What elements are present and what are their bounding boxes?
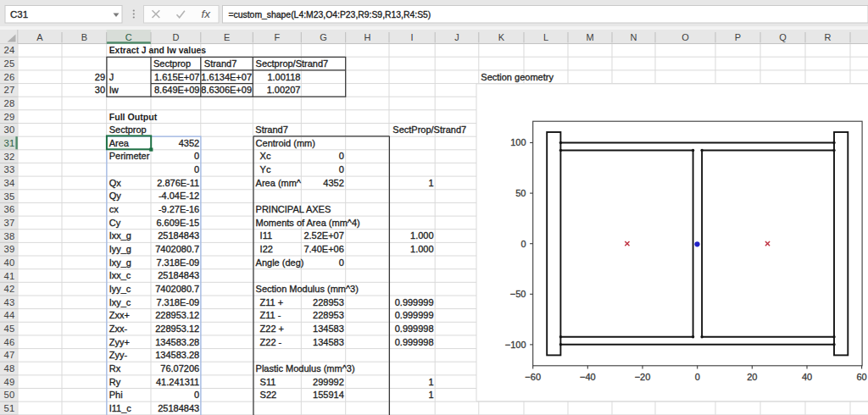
- svg-text:O: O: [682, 32, 689, 42]
- svg-text:J: J: [109, 72, 114, 82]
- svg-text:25: 25: [4, 58, 15, 69]
- svg-text:C: C: [125, 32, 132, 42]
- svg-text:Ixy_c: Ixy_c: [109, 297, 131, 307]
- svg-text:31: 31: [4, 138, 15, 148]
- svg-text:Centroid (mm): Centroid (mm): [256, 138, 315, 148]
- svg-text:Full Output: Full Output: [109, 112, 158, 122]
- svg-text:Xc: Xc: [260, 151, 271, 161]
- svg-text:30: 30: [95, 85, 105, 95]
- svg-text:49: 49: [4, 377, 15, 387]
- svg-text:39: 39: [4, 244, 15, 254]
- svg-text:1.000: 1.000: [410, 230, 434, 241]
- svg-text:7.40E+06: 7.40E+06: [303, 244, 343, 254]
- svg-text:0: 0: [194, 390, 199, 400]
- svg-text:Section geometry: Section geometry: [481, 72, 554, 82]
- svg-text:40: 40: [4, 257, 15, 268]
- svg-text:40: 40: [802, 372, 812, 382]
- svg-text:0: 0: [520, 239, 526, 249]
- svg-text:S11: S11: [260, 377, 276, 387]
- svg-text:M: M: [586, 32, 593, 42]
- svg-text:Q: Q: [779, 32, 787, 42]
- svg-text:D: D: [172, 32, 179, 42]
- svg-text:Ixx_g: Ixx_g: [109, 230, 131, 241]
- svg-text:Zxx-: Zxx-: [109, 324, 128, 334]
- svg-text:0: 0: [194, 164, 199, 174]
- svg-text:Phi: Phi: [109, 390, 123, 400]
- svg-text:34: 34: [4, 178, 15, 188]
- svg-text:228953.12: 228953.12: [155, 324, 199, 334]
- svg-text:38: 38: [4, 231, 15, 241]
- svg-text:Qx: Qx: [109, 178, 122, 188]
- svg-text:50: 50: [515, 188, 526, 198]
- svg-text:100: 100: [510, 137, 526, 147]
- svg-text:0.999998: 0.999998: [395, 337, 434, 347]
- svg-text:Iyy_c: Iyy_c: [109, 284, 131, 294]
- svg-text:44: 44: [4, 310, 15, 320]
- svg-text:Zxx+: Zxx+: [109, 310, 130, 320]
- svg-text:Extract J and Iw values: Extract J and Iw values: [109, 46, 207, 55]
- svg-text:−60: −60: [525, 372, 541, 382]
- svg-text:0.999999: 0.999999: [395, 297, 434, 307]
- svg-text:Strand7: Strand7: [204, 58, 237, 69]
- svg-text:8.649E+09: 8.649E+09: [154, 85, 200, 95]
- svg-text:6.609E-15: 6.609E-15: [156, 218, 199, 228]
- svg-text:P: P: [735, 32, 741, 42]
- svg-text:46: 46: [4, 337, 15, 347]
- svg-text:228953: 228953: [313, 310, 344, 320]
- svg-text:S22: S22: [260, 390, 277, 400]
- svg-text:F: F: [274, 32, 280, 42]
- svg-text:H: H: [364, 32, 370, 42]
- svg-text:Iw: Iw: [109, 85, 119, 95]
- svg-text:Ixx_c: Ixx_c: [109, 270, 131, 280]
- svg-text:R: R: [825, 32, 832, 42]
- svg-text:76.07206: 76.07206: [160, 363, 199, 374]
- svg-text:fx: fx: [202, 8, 212, 20]
- svg-text:B: B: [81, 32, 87, 42]
- svg-text:=custom_shape(L4:M23,O4:P23,R9: =custom_shape(L4:M23,O4:P23,R9:S9,R13,R4…: [229, 10, 431, 19]
- svg-text:7.318E-09: 7.318E-09: [156, 297, 199, 307]
- svg-text:20: 20: [747, 372, 757, 382]
- svg-text:28: 28: [4, 98, 15, 108]
- svg-text:7402080.7: 7402080.7: [155, 244, 199, 254]
- svg-text:Area (mm^: Area (mm^: [256, 178, 302, 188]
- svg-text:Zyy+: Zyy+: [109, 337, 130, 347]
- svg-text:134583.28: 134583.28: [155, 350, 199, 360]
- svg-text:Rx: Rx: [109, 363, 121, 374]
- svg-text:35: 35: [4, 191, 15, 202]
- svg-text:Z22 +: Z22 +: [260, 324, 284, 334]
- svg-text:−40: −40: [580, 372, 596, 382]
- svg-text:I22: I22: [260, 244, 273, 254]
- svg-text:45: 45: [4, 324, 15, 334]
- svg-text:228953: 228953: [313, 297, 344, 307]
- svg-text:1: 1: [428, 390, 433, 400]
- svg-text:I: I: [411, 32, 414, 42]
- svg-text:Angle (deg): Angle (deg): [256, 257, 304, 268]
- svg-text:1: 1: [428, 178, 433, 188]
- svg-text:134583: 134583: [313, 324, 344, 334]
- svg-text:0: 0: [194, 151, 199, 161]
- svg-text:0: 0: [339, 164, 344, 174]
- svg-text:1.6134E+07: 1.6134E+07: [201, 72, 252, 82]
- svg-text:0.999999: 0.999999: [395, 310, 434, 320]
- svg-text:Ixy_g: Ixy_g: [109, 257, 131, 268]
- svg-text:Moments of Area (mm^4): Moments of Area (mm^4): [256, 218, 360, 228]
- svg-text:50: 50: [4, 390, 15, 400]
- svg-text:0.999998: 0.999998: [395, 324, 434, 334]
- svg-text:41.241311: 41.241311: [156, 377, 199, 387]
- svg-text:7402080.7: 7402080.7: [155, 284, 199, 294]
- svg-text:1.00207: 1.00207: [267, 85, 301, 95]
- svg-text:1.000: 1.000: [410, 244, 434, 254]
- svg-text:Yc: Yc: [260, 164, 271, 174]
- svg-text:1: 1: [428, 377, 433, 387]
- svg-text:27: 27: [4, 85, 15, 95]
- svg-text:L: L: [543, 32, 548, 42]
- svg-text:0: 0: [339, 257, 344, 268]
- svg-text:33: 33: [4, 164, 15, 174]
- svg-text:25184843: 25184843: [158, 403, 199, 413]
- svg-text:2.52E+07: 2.52E+07: [303, 230, 343, 241]
- svg-text:Z11 -: Z11 -: [260, 310, 281, 320]
- svg-text:37: 37: [4, 218, 15, 228]
- svg-text:60: 60: [856, 372, 866, 382]
- svg-text:134583: 134583: [313, 337, 344, 347]
- svg-text:SectProp/Strand7: SectProp/Strand7: [392, 125, 466, 135]
